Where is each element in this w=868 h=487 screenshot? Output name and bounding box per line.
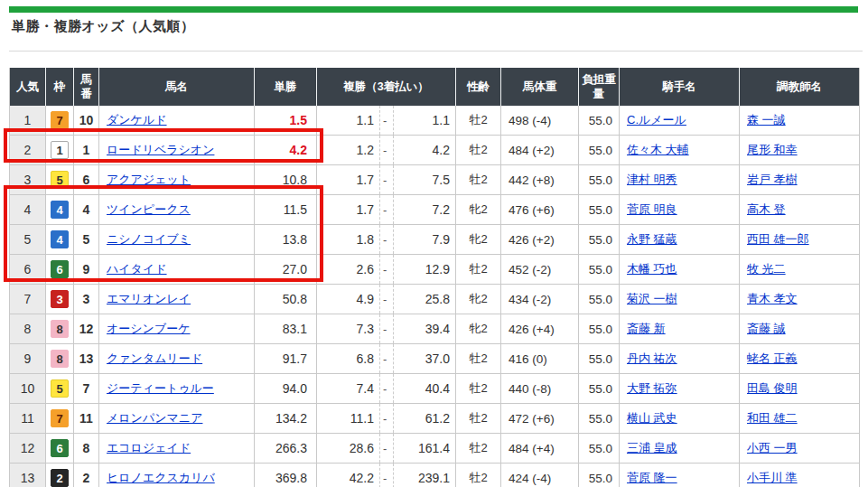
popularity-rank-cell: 11 xyxy=(10,404,46,434)
sex-age-cell: 牡2 xyxy=(456,434,501,464)
horse-number: 13 xyxy=(79,351,94,366)
horse-name-link[interactable]: メロンパンマニア xyxy=(107,411,202,425)
horse-name-link[interactable]: オーシンブーケ xyxy=(107,322,191,335)
horse-name-link[interactable]: アクアジェット xyxy=(107,173,191,186)
place-odds-dash: - xyxy=(380,114,393,127)
win-odds-cell: 11.5 xyxy=(255,195,317,225)
jockey-name-link[interactable]: 三浦 皇成 xyxy=(627,441,677,454)
table-row: 2 1 1 ロードリベラシオン 4.2 1.2 - 4.2 牡2 484 (+2… xyxy=(10,136,859,165)
jockey-name-link[interactable]: 斎藤 新 xyxy=(627,322,666,335)
trainer-name-link[interactable]: 小西 一男 xyxy=(747,441,798,454)
trainer-name-link[interactable]: 尾形 和幸 xyxy=(747,143,798,156)
horse-name-link[interactable]: ダンケルド xyxy=(107,113,167,126)
trainer-name-link[interactable]: 小手川 準 xyxy=(747,471,798,484)
place-odds-low: 28.6 xyxy=(317,441,379,455)
place-odds-high: 161.4 xyxy=(394,441,455,455)
place-odds-range: 1.2 - 4.2 xyxy=(317,136,455,164)
column-header-jockey: 騎手名 xyxy=(620,68,740,106)
popularity-rank: 7 xyxy=(24,292,32,306)
load-weight-cell: 55.0 xyxy=(579,464,620,487)
odds-table-header-row: 人気枠馬番馬名単勝複勝（3着払い）性齢馬体重負担重量騎手名調教師名 xyxy=(10,68,859,106)
jockey-name-link[interactable]: 菅原 明良 xyxy=(627,202,677,216)
horse-name-link[interactable]: クァンタムリード xyxy=(107,351,202,365)
frame-cell: 8 xyxy=(46,314,74,344)
jockey-name-link[interactable]: C.ルメール xyxy=(627,113,686,126)
popularity-rank: 9 xyxy=(24,351,32,366)
jockey-name-link[interactable]: 大野 拓弥 xyxy=(627,381,677,395)
place-odds-cell: 2.6 - 12.9 xyxy=(317,255,456,285)
column-header-trainer: 調教師名 xyxy=(740,68,859,106)
place-odds-dash: - xyxy=(380,263,393,276)
sex-age-cell: 牝2 xyxy=(456,195,501,225)
horse-name-link[interactable]: ロードリベラシオン xyxy=(107,143,214,156)
trainer-name-link[interactable]: 森 一誠 xyxy=(747,113,786,126)
horse-name-link[interactable]: エコロジェイド xyxy=(107,441,191,454)
sex-age-cell: 牡2 xyxy=(456,374,501,404)
horse-weight-cell: 426 (+2) xyxy=(501,225,579,255)
horse-weight-cell: 440 (-8) xyxy=(501,374,579,404)
frame-cell: 8 xyxy=(46,344,74,374)
trainer-name-link[interactable]: 牧 光二 xyxy=(747,262,786,276)
horse-name-link[interactable]: ハイタイド xyxy=(107,262,167,276)
table-row: 11 7 11 メロンパンマニア 134.2 11.1 - 61.2 牡2 47… xyxy=(10,404,859,434)
horse-name-link[interactable]: ニシノコイブミ xyxy=(107,232,191,246)
popularity-rank-cell: 12 xyxy=(10,434,46,464)
sex-age-cell: 牡2 xyxy=(456,136,501,165)
load-weight-cell: 55.0 xyxy=(579,136,620,165)
place-odds-dash: - xyxy=(380,144,393,157)
popularity-rank-cell: 2 xyxy=(10,136,46,165)
place-odds-low: 6.8 xyxy=(317,351,379,366)
horse-number-cell: 4 xyxy=(74,195,99,225)
place-odds-high: 7.9 xyxy=(394,232,455,247)
frame-number-badge: 7 xyxy=(51,409,69,427)
jockey-name-link[interactable]: 横山 武史 xyxy=(627,411,677,425)
win-odds-value: 50.8 xyxy=(283,292,307,306)
win-odds-cell: 369.8 xyxy=(255,464,317,487)
trainer-name-link[interactable]: 西田 雄一郎 xyxy=(747,232,809,246)
jockey-name-link[interactable]: 津村 明秀 xyxy=(627,173,677,186)
place-odds-range: 1.7 - 7.5 xyxy=(317,165,455,194)
load-weight-cell: 55.0 xyxy=(579,225,620,255)
frame-cell: 7 xyxy=(46,404,74,434)
place-odds-high: 25.8 xyxy=(394,292,455,306)
place-odds-dash: - xyxy=(380,293,393,306)
horse-name-link[interactable]: エマリオンレイ xyxy=(107,292,191,305)
sex-age-cell: 牝2 xyxy=(456,285,501,314)
table-row: 6 6 9 ハイタイド 27.0 2.6 - 12.9 牡2 452 (-2) … xyxy=(10,255,859,285)
jockey-cell: 木幡 巧也 xyxy=(620,255,740,285)
place-odds-range: 42.2 - 239.1 xyxy=(317,464,455,487)
table-row: 8 8 12 オーシンブーケ 83.1 7.3 - 39.4 牝2 426 (+… xyxy=(10,314,859,344)
trainer-name-link[interactable]: 斎藤 誠 xyxy=(747,322,786,335)
frame-cell: 6 xyxy=(46,255,74,285)
column-header-waku: 枠 xyxy=(46,68,74,106)
table-row: 9 8 13 クァンタムリード 91.7 6.8 - 37.0 牡2 416 (… xyxy=(10,344,859,374)
trainer-name-link[interactable]: 蛯名 正義 xyxy=(747,351,798,365)
jockey-name-link[interactable]: 佐々木 大輔 xyxy=(627,143,689,156)
trainer-name-link[interactable]: 岩戸 孝樹 xyxy=(747,173,798,186)
place-odds-cell: 4.9 - 25.8 xyxy=(317,285,456,314)
trainer-name-link[interactable]: 高木 登 xyxy=(747,202,786,216)
frame-number-badge: 5 xyxy=(51,171,69,189)
column-header-weight: 馬体重 xyxy=(501,68,579,106)
horse-number-cell: 1 xyxy=(74,136,99,165)
page-body: { "page": { "title": "単勝・複勝オッズ（人気順）", "a… xyxy=(0,0,868,487)
jockey-name-link[interactable]: 菊沢 一樹 xyxy=(627,292,677,305)
jockey-name-link[interactable]: 木幡 巧也 xyxy=(627,262,677,276)
jockey-name-link[interactable]: 菅原 隆一 xyxy=(627,471,677,484)
frame-number-badge: 8 xyxy=(51,350,69,368)
win-odds-cell: 134.2 xyxy=(255,404,317,434)
jockey-name-link[interactable]: 丹内 祐次 xyxy=(627,351,677,365)
horse-name-link[interactable]: ツインピークス xyxy=(107,202,191,216)
place-odds-high: 37.0 xyxy=(394,351,455,366)
place-odds-cell: 11.1 - 61.2 xyxy=(317,404,456,434)
horse-number: 11 xyxy=(79,411,93,426)
trainer-name-link[interactable]: 田島 俊明 xyxy=(747,381,798,395)
horse-name-link[interactable]: ヒロノエクスカリバ xyxy=(107,471,215,484)
horse-name-link[interactable]: ジーティートゥルー xyxy=(107,381,214,395)
frame-number-badge: 7 xyxy=(51,111,69,129)
horse-number-cell: 3 xyxy=(74,285,99,314)
win-odds-value: 94.0 xyxy=(283,381,307,396)
trainer-name-link[interactable]: 青木 孝文 xyxy=(747,292,798,305)
jockey-name-link[interactable]: 永野 猛蔵 xyxy=(627,232,677,246)
trainer-name-link[interactable]: 和田 雄二 xyxy=(747,411,798,425)
